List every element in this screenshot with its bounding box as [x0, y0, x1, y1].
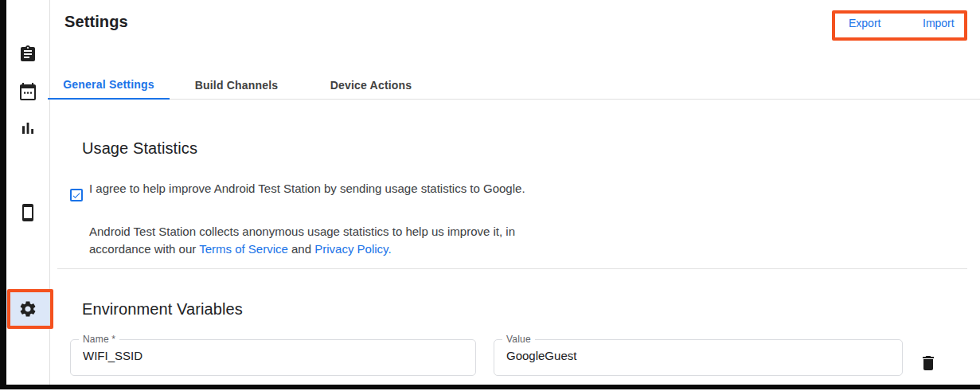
sidebar-item-test-plans[interactable]: [6, 73, 49, 110]
delete-env-var-button[interactable]: [917, 352, 939, 374]
sidebar-item-test-runs[interactable]: [6, 36, 49, 72]
export-button[interactable]: Export: [849, 17, 880, 29]
usage-statistics-checkbox[interactable]: [70, 189, 83, 201]
calendar-icon: [18, 82, 37, 101]
env-var-value-label: Value: [502, 334, 535, 345]
tab-general-settings[interactable]: General Settings: [48, 70, 170, 100]
usage-statistics-heading: Usage Statistics: [82, 139, 197, 158]
clipboard-icon: [18, 45, 37, 64]
trash-icon: [919, 354, 938, 373]
usage-statistics-note: Android Test Station collects anonymous …: [89, 223, 529, 258]
env-var-value-input[interactable]: [506, 349, 890, 362]
smartphone-icon: [18, 203, 37, 222]
usage-agreement-text: I agree to help improve Android Test Sta…: [89, 180, 529, 197]
screen-bottom-edge: [0, 385, 980, 389]
page-title: Settings: [64, 13, 128, 31]
sidebar: [6, 0, 50, 385]
note-conjunction: and: [288, 242, 314, 256]
section-divider: [57, 268, 967, 269]
environment-variables-heading: Environment Variables: [82, 300, 243, 319]
android-test-station-settings-page: Settings Export Import General Settings …: [0, 0, 980, 391]
terms-of-service-link[interactable]: Terms of Service: [199, 242, 288, 256]
sidebar-item-test-results[interactable]: [6, 110, 49, 147]
bar-chart-icon: [18, 119, 37, 138]
privacy-policy-link[interactable]: Privacy Policy.: [314, 242, 391, 256]
gear-icon: [18, 299, 37, 319]
sidebar-item-settings[interactable]: [6, 291, 49, 327]
env-var-name-input[interactable]: [83, 349, 463, 362]
import-button[interactable]: Import: [923, 17, 955, 29]
tab-device-actions[interactable]: Device Actions: [303, 70, 439, 100]
tab-build-channels[interactable]: Build Channels: [170, 70, 303, 100]
env-var-name-label: Name *: [79, 334, 119, 345]
env-var-value-field[interactable]: Value: [494, 339, 903, 376]
sidebar-item-devices[interactable]: [6, 194, 49, 231]
env-var-name-field[interactable]: Name *: [70, 339, 476, 376]
checkmark-icon: [72, 190, 81, 201]
screen-left-edge: [0, 0, 6, 389]
